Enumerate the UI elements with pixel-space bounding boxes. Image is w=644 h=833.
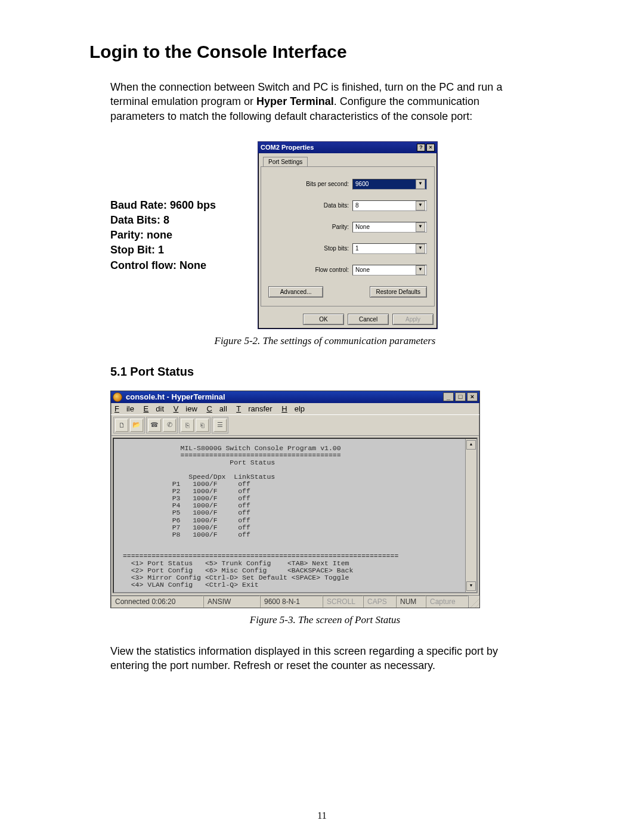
dropdown-arrow-icon: ▼ bbox=[416, 265, 425, 275]
phone-disconnect-icon[interactable]: ✆ bbox=[162, 418, 177, 432]
dialog-tabbar: Port Settings bbox=[258, 153, 437, 166]
dropdown-arrow-icon: ▼ bbox=[416, 244, 425, 253]
bps-label: Bits per second: bbox=[295, 181, 349, 187]
stopbits-select[interactable]: 1 ▼ bbox=[352, 243, 427, 254]
ht-toolbar: 🗋 📂 ☎ ✆ ⎘ ⎗ ☰ bbox=[111, 414, 479, 436]
dropdown-arrow-icon: ▼ bbox=[416, 201, 425, 210]
maximize-button[interactable]: □ bbox=[455, 392, 466, 401]
param-databits: Data Bits: 8 bbox=[110, 214, 169, 226]
menu-file[interactable]: File bbox=[114, 404, 134, 413]
status-connected: Connected 0:06:20 bbox=[111, 596, 203, 608]
status-caps: CAPS bbox=[363, 596, 396, 608]
bps-select[interactable]: 9600 ▼ bbox=[352, 179, 427, 190]
menu-help[interactable]: Help bbox=[281, 404, 305, 413]
param-baud: Baud Rate: 9600 bps bbox=[110, 199, 216, 211]
ht-titlebar: console.ht - HyperTerminal _ □ × bbox=[111, 391, 479, 403]
dialog-body: Bits per second: 9600 ▼ Data bits: 8 ▼ P… bbox=[261, 166, 435, 306]
page-number: 11 bbox=[0, 810, 644, 821]
flow-select[interactable]: None ▼ bbox=[352, 265, 427, 275]
databits-label: Data bits: bbox=[295, 202, 349, 209]
param-stopbit: Stop Bit: 1 bbox=[110, 244, 164, 256]
close-button[interactable]: × bbox=[467, 392, 478, 401]
section-5-1-heading: 5.1 Port Status bbox=[110, 365, 561, 379]
databits-select[interactable]: 8 ▼ bbox=[352, 200, 427, 211]
settings-and-dialog-row: Baud Rate: 9600 bps Data Bits: 8 Parity:… bbox=[110, 141, 561, 329]
dropdown-arrow-icon: ▼ bbox=[416, 222, 425, 232]
ht-menubar: File Edit View Call Transfer Help bbox=[111, 403, 479, 414]
status-scroll: SCROLL bbox=[323, 596, 363, 608]
dropdown-arrow-icon: ▼ bbox=[416, 179, 425, 189]
phone-connect-icon[interactable]: ☎ bbox=[147, 418, 162, 432]
figure-5-2-caption: Figure 5-2. The settings of communicatio… bbox=[89, 335, 561, 347]
flow-value: None bbox=[355, 267, 370, 273]
ht-title: console.ht - HyperTerminal bbox=[126, 392, 225, 401]
intro-paragraph: When the connection between Switch and P… bbox=[110, 80, 504, 123]
ht-content-frame: MIL-S8000G Switch Console Program v1.00 … bbox=[113, 438, 478, 593]
menu-view[interactable]: View bbox=[174, 404, 197, 413]
ht-statusbar: Connected 0:06:20 ANSIW 9600 8-N-1 SCROL… bbox=[111, 595, 479, 608]
scroll-up-icon[interactable]: ▴ bbox=[466, 440, 476, 450]
properties-icon[interactable]: ☰ bbox=[213, 418, 227, 432]
databits-value: 8 bbox=[355, 202, 359, 209]
receive-icon[interactable]: ⎗ bbox=[195, 418, 209, 432]
figure-5-3-caption: Figure 5-3. The screen of Port Status bbox=[89, 614, 561, 626]
restore-defaults-button[interactable]: Restore Defaults bbox=[370, 286, 427, 298]
help-button[interactable]: ? bbox=[417, 144, 425, 151]
page-title: Login to the Console Interface bbox=[89, 42, 561, 62]
open-folder-icon[interactable]: 📂 bbox=[129, 418, 144, 432]
menu-transfer[interactable]: Transfer bbox=[236, 404, 272, 413]
scroll-down-icon[interactable]: ▾ bbox=[466, 581, 476, 591]
parity-value: None bbox=[355, 224, 370, 230]
hyperterminal-window: console.ht - HyperTerminal _ □ × File Ed… bbox=[110, 391, 480, 608]
menu-call[interactable]: Call bbox=[206, 404, 227, 413]
parity-select[interactable]: None ▼ bbox=[352, 222, 427, 233]
status-capture: Capture bbox=[426, 596, 468, 608]
dialog-title: COM2 Properties bbox=[261, 144, 314, 151]
dialog-titlebar: COM2 Properties ? × bbox=[258, 142, 437, 153]
advanced-button[interactable]: Advanced... bbox=[268, 286, 323, 298]
param-parity: Parity: none bbox=[110, 229, 172, 241]
resize-grip-icon[interactable] bbox=[468, 596, 479, 608]
menu-edit[interactable]: Edit bbox=[144, 404, 164, 413]
vertical-scrollbar[interactable]: ▴ ▾ bbox=[465, 439, 476, 592]
port-settings-tab[interactable]: Port Settings bbox=[263, 157, 308, 166]
com2-properties-dialog: COM2 Properties ? × Port Settings Bits p… bbox=[258, 141, 438, 329]
param-flow: Control flow: None bbox=[110, 259, 206, 271]
parity-label: Parity: bbox=[295, 224, 349, 230]
document-page: Login to the Console Interface When the … bbox=[0, 0, 644, 833]
closing-paragraph: View the statistics information displaye… bbox=[110, 644, 504, 673]
stopbits-value: 1 bbox=[355, 245, 359, 252]
status-num: NUM bbox=[396, 596, 426, 608]
send-icon[interactable]: ⎘ bbox=[180, 418, 194, 432]
bps-value: 9600 bbox=[355, 181, 369, 187]
minimize-button[interactable]: _ bbox=[443, 392, 454, 401]
intro-bold: Hyper Terminal bbox=[256, 95, 334, 107]
default-params-list: Baud Rate: 9600 bps Data Bits: 8 Parity:… bbox=[110, 198, 216, 273]
stopbits-label: Stop bits: bbox=[295, 245, 349, 252]
status-settings: 9600 8-N-1 bbox=[260, 596, 323, 608]
new-doc-icon[interactable]: 🗋 bbox=[114, 418, 129, 432]
cancel-button[interactable]: Cancel bbox=[348, 314, 389, 325]
flow-label: Flow control: bbox=[295, 267, 349, 273]
hyperterminal-app-icon bbox=[113, 392, 122, 402]
close-button[interactable]: × bbox=[426, 144, 435, 151]
terminal-output: MIL-S8000G Switch Console Program v1.00 … bbox=[114, 439, 465, 592]
ok-button[interactable]: OK bbox=[303, 314, 344, 325]
apply-button[interactable]: Apply bbox=[392, 314, 434, 325]
status-emulation: ANSIW bbox=[203, 596, 260, 608]
